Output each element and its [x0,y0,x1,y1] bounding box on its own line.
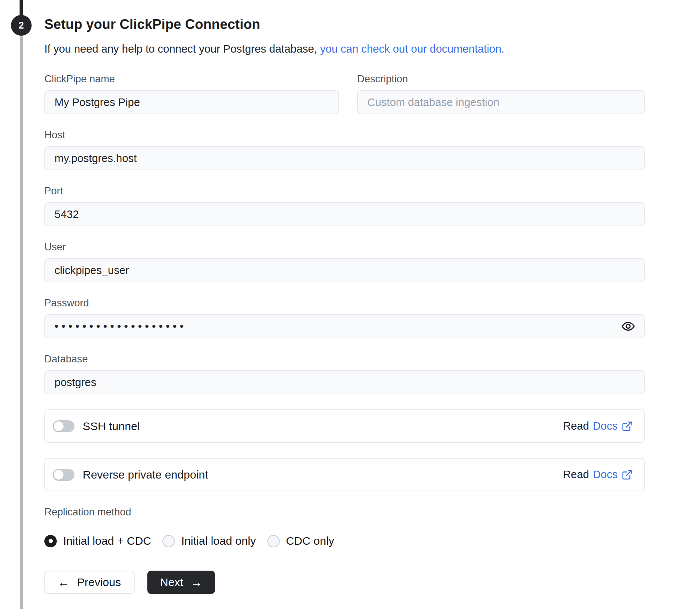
port-label: Port [44,185,645,197]
help-text: If you need any help to connect your Pos… [44,43,645,55]
ssh-tunnel-row: SSH tunnel Read Docs [44,409,645,443]
radio-unselected-icon [162,535,175,547]
next-button[interactable]: Next → [147,571,215,594]
ssh-docs-link[interactable]: Docs [593,420,618,432]
password-input[interactable]: ••••••••••••••••••• [44,314,645,338]
radio-selected-icon [44,535,57,547]
rpe-docs-link[interactable]: Docs [593,468,618,481]
description-label: Description [357,73,645,85]
toggle-knob [54,470,64,480]
user-field: User [44,241,645,282]
show-password-button[interactable] [620,318,636,335]
description-input[interactable] [357,90,645,114]
user-label: User [44,241,645,253]
reverse-private-endpoint-toggle[interactable] [53,469,74,481]
reverse-private-endpoint-label: Reverse private endpoint [83,468,208,481]
read-text: Read [563,420,589,432]
ssh-tunnel-label: SSH tunnel [83,420,140,433]
password-label: Password [44,297,645,309]
host-input[interactable] [44,146,645,170]
host-label: Host [44,129,645,141]
read-text: Read [563,468,589,481]
database-label: Database [44,353,645,365]
radio-initial-load-only[interactable]: Initial load only [162,535,256,547]
replication-method-group: Initial load + CDC Initial load only CDC… [44,535,645,547]
documentation-link[interactable]: you can check out our documentation. [320,43,505,55]
eye-icon [621,319,635,333]
previous-button-label: Previous [77,576,121,589]
ssh-tunnel-toggle[interactable] [53,420,74,432]
description-field: Description [357,73,645,114]
toggle-knob [54,421,64,431]
port-field: Port [44,185,645,226]
next-button-label: Next [160,576,183,589]
database-input[interactable] [44,370,645,394]
external-link-icon[interactable] [621,469,633,480]
radio-label: Initial load + CDC [63,535,151,547]
host-field: Host [44,129,645,170]
radio-label: CDC only [286,535,334,547]
step-number: 2 [19,20,24,31]
stepper-line-top [20,0,23,16]
user-input[interactable] [44,258,645,282]
previous-button[interactable]: ← Previous [44,571,135,594]
database-field: Database [44,353,645,394]
radio-initial-load-cdc[interactable]: Initial load + CDC [44,535,151,547]
clickpipe-name-input[interactable] [44,90,339,114]
page-title: Setup your ClickPipe Connection [44,17,645,32]
clickpipe-name-field: ClickPipe name [44,73,339,114]
radio-unselected-icon [267,535,280,547]
external-link-icon[interactable] [621,421,633,432]
replication-method-label: Replication method [44,506,645,518]
port-input[interactable] [44,202,645,226]
stepper-line-bottom [20,36,23,609]
reverse-private-endpoint-row: Reverse private endpoint Read Docs [44,458,645,491]
password-field: Password ••••••••••••••••••• [44,297,645,338]
right-arrow-icon: → [191,577,202,588]
setup-connection-panel: Setup your ClickPipe Connection If you n… [44,17,645,594]
clickpipe-name-label: ClickPipe name [44,73,339,85]
radio-cdc-only[interactable]: CDC only [267,535,334,547]
step-indicator: 2 [11,15,32,36]
left-arrow-icon: ← [58,577,70,588]
radio-label: Initial load only [181,535,256,547]
help-text-plain: If you need any help to connect your Pos… [44,43,320,55]
